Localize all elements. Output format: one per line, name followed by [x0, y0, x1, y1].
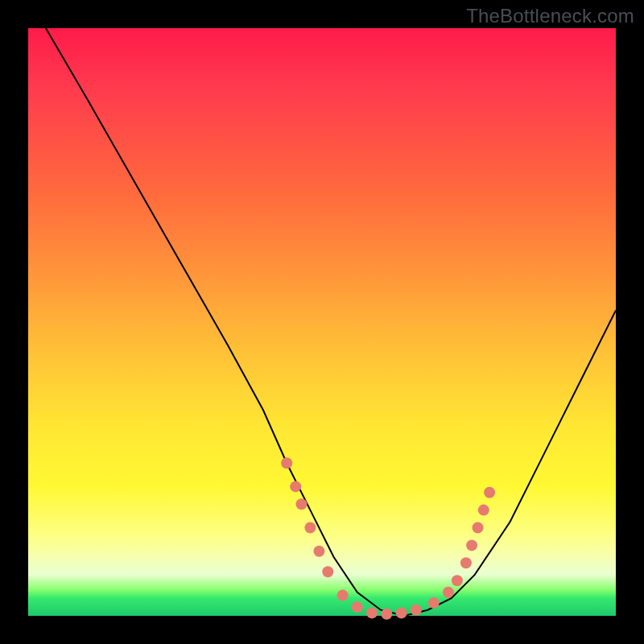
watermark-text: TheBottleneck.com: [466, 5, 634, 27]
data-dot: [443, 587, 454, 598]
data-dot: [304, 522, 316, 534]
data-dot: [296, 498, 308, 510]
data-dot: [466, 539, 477, 551]
data-dot: [478, 505, 489, 516]
data-dot: [473, 522, 484, 534]
data-dot: [352, 601, 363, 613]
data-dot: [322, 566, 333, 577]
data-dots: [281, 457, 495, 620]
data-dot: [452, 575, 463, 586]
data-dot: [337, 590, 349, 601]
data-dot: [366, 607, 378, 618]
bottleneck-curve: [46, 28, 616, 616]
chart-frame: TheBottleneck.com: [0, 0, 644, 644]
data-dot: [411, 605, 422, 616]
data-dot: [396, 607, 407, 618]
data-dot: [484, 487, 495, 498]
data-dot: [460, 557, 472, 568]
chart-svg: [28, 28, 616, 616]
data-dot: [428, 597, 440, 609]
data-dot: [313, 546, 324, 557]
data-dot: [290, 481, 301, 492]
data-dot: [381, 609, 392, 620]
data-dot: [281, 457, 292, 469]
